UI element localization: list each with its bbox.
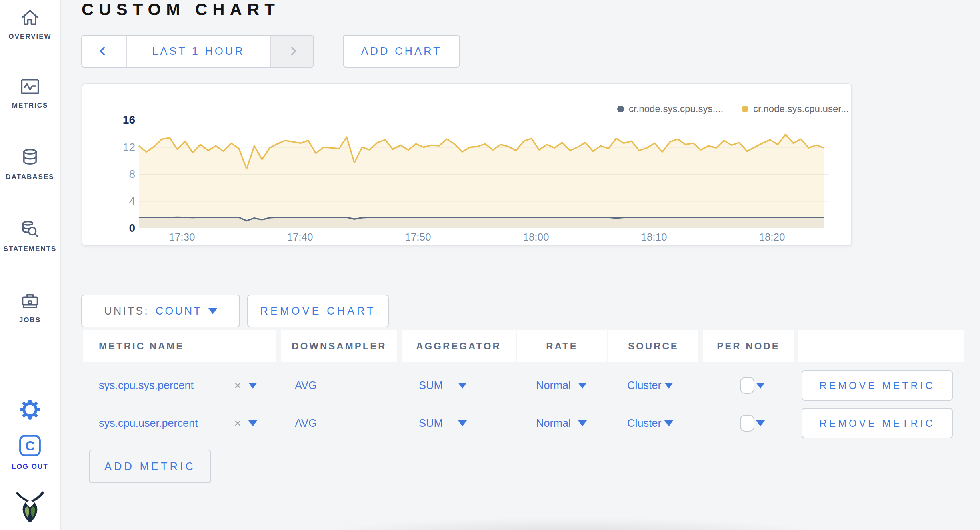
logout-label: LOG OUT — [0, 463, 60, 471]
sidebar-item-label: STATEMENTS — [0, 245, 60, 253]
sidebar-item-label: JOBS — [0, 316, 60, 324]
statements-icon — [0, 219, 60, 240]
y-axis-tick: 4 — [99, 195, 135, 208]
legend-label: cr.node.sys.cpu.sys.... — [629, 103, 723, 114]
chart-legend: cr.node.sys.cpu.sys....cr.node.sys.cpu.u… — [617, 103, 849, 114]
column-header-per-node: PER NODE — [703, 330, 794, 362]
per-node-checkbox[interactable] — [740, 377, 754, 394]
legend-item: cr.node.sys.cpu.user... — [742, 103, 849, 114]
y-axis-tick: 16 — [99, 113, 135, 127]
units-label: UNITS: — [104, 305, 149, 317]
briefcase-icon — [0, 291, 60, 311]
x-axis-tick: 17:40 — [272, 231, 328, 243]
home-icon — [0, 7, 60, 28]
clear-metric-icon[interactable]: × — [234, 379, 241, 392]
time-range-next-button[interactable] — [270, 36, 313, 67]
downsampler-dropdown[interactable]: AVG — [295, 417, 317, 430]
svg-text:C: C — [25, 438, 35, 453]
panel-bottom-shadow — [232, 515, 908, 530]
sidebar-item-jobs[interactable]: JOBS — [0, 291, 60, 324]
time-range-prev-button[interactable] — [82, 36, 127, 67]
rate-dropdown[interactable]: Normal — [536, 379, 571, 392]
remove-metric-button[interactable]: REMOVE METRIC — [802, 370, 953, 401]
sidebar-item-label: OVERVIEW — [0, 33, 60, 41]
add-chart-button[interactable]: ADD CHART — [343, 35, 460, 68]
y-axis-tick: 8 — [99, 167, 135, 181]
column-header-aggregator: AGGREGATOR — [402, 330, 516, 362]
x-axis-tick: 17:30 — [154, 231, 210, 243]
remove-metric-button[interactable]: REMOVE METRIC — [802, 408, 953, 438]
column-header-actions — [798, 330, 964, 362]
sidebar-item-databases[interactable]: DATABASES — [0, 147, 60, 181]
units-value: COUNT — [156, 305, 202, 317]
rate-dropdown[interactable]: Normal — [536, 417, 571, 430]
caret-down-icon — [208, 308, 217, 314]
legend-label: cr.node.sys.cpu.user... — [753, 103, 849, 114]
settings-button[interactable] — [0, 399, 60, 420]
downsampler-dropdown[interactable]: AVG — [295, 379, 317, 392]
metric-name-dropdown[interactable]: sys.cpu.user.percent — [99, 417, 198, 430]
caret-down-icon[interactable] — [248, 383, 257, 389]
sidebar-item-statements[interactable]: STATEMENTS — [0, 219, 60, 253]
remove-chart-button[interactable]: REMOVE CHART — [247, 295, 389, 327]
sidebar-item-label: METRICS — [0, 102, 60, 110]
source-dropdown[interactable]: Cluster — [627, 417, 662, 430]
database-icon — [0, 147, 60, 168]
legend-dot-icon — [617, 106, 624, 112]
metric-row: sys.cpu.sys.percent × AVG SUM Normal Clu… — [83, 367, 964, 404]
x-axis-tick: 18:10 — [626, 231, 682, 243]
legend-dot-icon — [742, 106, 748, 112]
x-axis-tick: 18:20 — [744, 231, 800, 243]
per-node-checkbox[interactable] — [740, 415, 754, 432]
logout-button[interactable]: C LOG OUT — [0, 433, 60, 471]
sidebar-item-label: DATABASES — [0, 173, 60, 181]
units-dropdown[interactable]: UNITS: COUNT — [81, 295, 240, 327]
sidebar-item-metrics[interactable]: METRICS — [0, 76, 60, 110]
clear-metric-icon[interactable]: × — [234, 416, 241, 430]
aggregator-dropdown[interactable]: SUM — [419, 379, 443, 392]
add-metric-button[interactable]: ADD METRIC — [89, 450, 211, 483]
column-header-metric-name: METRIC NAME — [83, 330, 276, 362]
gear-icon — [0, 399, 60, 420]
cockroach-c-icon: C — [0, 433, 60, 458]
column-header-rate: RATE — [517, 330, 607, 362]
y-axis-tick: 12 — [99, 141, 135, 154]
metric-row: sys.cpu.user.percent × AVG SUM Normal Cl… — [83, 405, 964, 441]
x-axis-tick: 17:50 — [390, 231, 446, 243]
source-dropdown[interactable]: Cluster — [627, 379, 662, 392]
aggregator-dropdown[interactable]: SUM — [419, 417, 443, 430]
sidebar: OVERVIEW METRICS DATABASES — [0, 0, 61, 530]
y-axis-tick: 0 — [99, 221, 135, 235]
column-header-downsampler: DOWNSAMPLER — [281, 330, 397, 362]
caret-down-icon[interactable] — [248, 420, 257, 426]
cockroach-logo — [0, 491, 60, 524]
chevron-left-icon — [100, 47, 109, 56]
sidebar-item-overview[interactable]: OVERVIEW — [0, 7, 60, 41]
chevron-right-icon — [288, 47, 297, 56]
time-range-selector: LAST 1 HOUR — [81, 35, 314, 68]
metric-name-dropdown[interactable]: sys.cpu.sys.percent — [99, 379, 194, 392]
column-header-source: SOURCE — [608, 330, 698, 362]
cockroach-bug-icon — [0, 491, 60, 524]
page-title: CUSTOM CHART — [82, 0, 280, 19]
time-range-dropdown[interactable]: LAST 1 HOUR — [127, 36, 270, 67]
legend-item: cr.node.sys.cpu.sys.... — [617, 103, 723, 114]
x-axis-tick: 18:00 — [508, 231, 564, 243]
metrics-icon — [0, 76, 60, 97]
